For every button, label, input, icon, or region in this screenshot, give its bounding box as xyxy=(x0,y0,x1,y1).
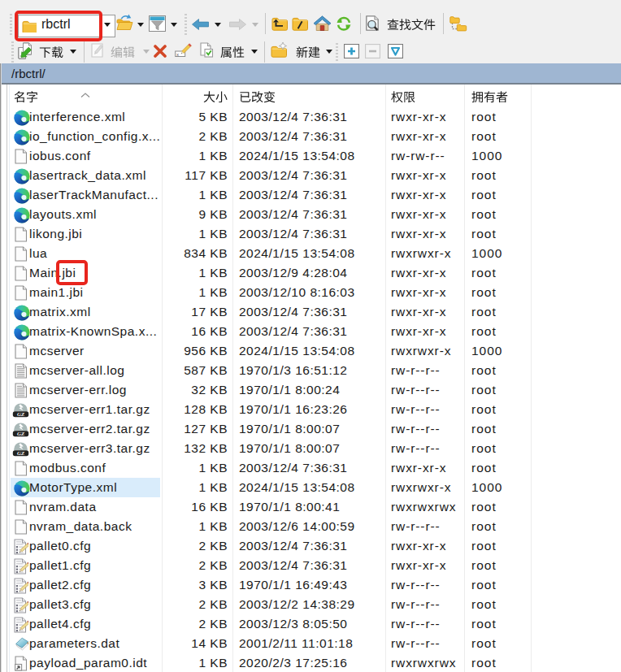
svg-text:x: x xyxy=(176,52,179,57)
